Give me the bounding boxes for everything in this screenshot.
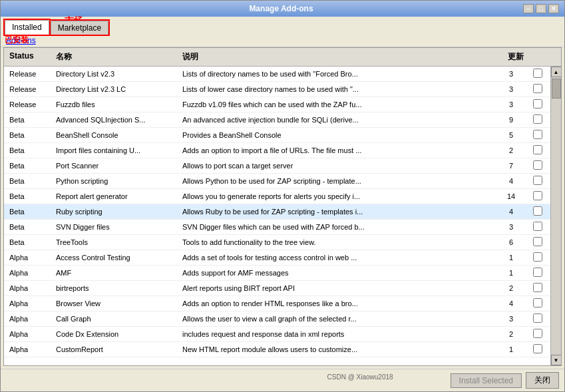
cell-checkbox[interactable] bbox=[528, 128, 548, 142]
row-checkbox[interactable] bbox=[533, 99, 542, 108]
row-checkbox[interactable] bbox=[533, 252, 542, 262]
cell-checkbox[interactable] bbox=[528, 83, 548, 96]
cell-checkbox[interactable] bbox=[528, 190, 548, 203]
row-checkbox[interactable] bbox=[533, 191, 542, 200]
row-checkbox[interactable] bbox=[533, 114, 542, 124]
cell-status: Release bbox=[7, 84, 53, 95]
cell-name: Report alert generator bbox=[53, 191, 180, 202]
header-update: 更新 bbox=[505, 50, 538, 64]
row-checkbox[interactable] bbox=[533, 176, 542, 185]
cell-desc: Allows the user to view a call graph of … bbox=[180, 313, 494, 324]
cell-checkbox[interactable] bbox=[528, 312, 548, 325]
row-checkbox[interactable] bbox=[533, 84, 542, 93]
close-button[interactable]: ✕ bbox=[548, 4, 559, 13]
scroll-up-button[interactable]: ▲ bbox=[551, 67, 562, 77]
cell-checkbox[interactable] bbox=[528, 144, 548, 157]
cell-checkbox[interactable] bbox=[528, 159, 548, 172]
table-row: Release Directory List v2.3 Lists of dir… bbox=[4, 67, 550, 82]
cell-status: Alpha bbox=[7, 252, 53, 263]
table-row: Alpha Access Control Testing Adds a set … bbox=[4, 250, 550, 266]
maximize-button[interactable]: □ bbox=[536, 4, 546, 13]
cell-status: Alpha bbox=[7, 298, 53, 309]
row-checkbox[interactable] bbox=[533, 222, 542, 231]
cell-checkbox[interactable] bbox=[528, 205, 548, 218]
cell-name: birtreports bbox=[53, 283, 180, 294]
scroll-down-button[interactable]: ▼ bbox=[551, 355, 562, 365]
table-row: Beta TreeTools Tools to add functionalit… bbox=[4, 235, 550, 250]
cell-update: 3 bbox=[494, 69, 528, 79]
row-checkbox[interactable] bbox=[533, 160, 542, 170]
row-checkbox[interactable] bbox=[533, 145, 542, 154]
cell-checkbox[interactable] bbox=[528, 67, 548, 81]
cell-desc: SVN Digger files which can be used with … bbox=[180, 222, 494, 232]
breadcrumb-bar: Add-ons bbox=[1, 35, 564, 47]
cell-status: Beta bbox=[7, 160, 53, 171]
cell-name: CustomReport bbox=[53, 344, 180, 355]
cell-desc: Lists of directory names to be used with… bbox=[180, 69, 494, 79]
cell-checkbox[interactable] bbox=[528, 266, 548, 280]
row-checkbox[interactable] bbox=[533, 313, 542, 323]
table-row: Alpha Call Graph Allows the user to view… bbox=[4, 311, 550, 327]
table-row: Beta BeanShell Console Provides a BeanSh… bbox=[4, 128, 550, 143]
table-body[interactable]: Release Directory List v2.3 Lists of dir… bbox=[4, 67, 550, 365]
cell-name: Advanced SQLInjection S... bbox=[53, 114, 180, 125]
cell-checkbox[interactable] bbox=[528, 297, 548, 310]
cell-update: 4 bbox=[494, 206, 528, 217]
cell-status: Beta bbox=[7, 176, 53, 186]
cell-name: Directory List v2.3 LC bbox=[53, 84, 180, 95]
cell-desc: Tools to add functionality to the tree v… bbox=[180, 237, 494, 248]
cell-checkbox[interactable] bbox=[528, 113, 548, 126]
row-checkbox[interactable] bbox=[533, 298, 542, 307]
row-checkbox[interactable] bbox=[533, 268, 542, 277]
table-row: Beta Import files containing U... Adds a… bbox=[4, 143, 550, 158]
cell-status: Alpha bbox=[7, 344, 53, 355]
row-checkbox[interactable] bbox=[533, 130, 542, 139]
cell-checkbox[interactable] bbox=[528, 251, 548, 264]
cell-status: Release bbox=[7, 69, 53, 79]
table-row: Alpha CustomReport New HTML report modul… bbox=[4, 342, 550, 357]
cell-update: 2 bbox=[494, 145, 528, 156]
cell-desc: Allows to port scan a target server bbox=[180, 160, 494, 171]
cell-checkbox[interactable] bbox=[528, 282, 548, 295]
cell-checkbox[interactable] bbox=[528, 327, 548, 341]
content-area: Status 名称 说明 更新 Release Directory List v… bbox=[3, 47, 562, 366]
tab-marketplace[interactable]: Marketplace bbox=[51, 21, 108, 35]
row-checkbox[interactable] bbox=[533, 283, 542, 292]
install-selected-button[interactable]: Install Selected bbox=[451, 373, 522, 388]
row-checkbox[interactable] bbox=[533, 237, 542, 246]
cell-desc: Allows you to generate reports for alert… bbox=[180, 191, 494, 202]
close-button[interactable]: 关闭 bbox=[526, 372, 559, 389]
row-checkbox[interactable] bbox=[533, 69, 542, 78]
table-header: Status 名称 说明 更新 bbox=[4, 48, 561, 67]
cell-desc: Provides a BeanShell Console bbox=[180, 130, 494, 140]
cell-update: 5 bbox=[494, 130, 528, 140]
cell-checkbox[interactable] bbox=[528, 220, 548, 234]
header-desc: 说明 bbox=[180, 50, 505, 64]
table-row: Beta Ruby scripting Allows Ruby to be us… bbox=[4, 204, 550, 220]
header-checkbox bbox=[538, 50, 558, 64]
breadcrumb-link[interactable]: Add-ons bbox=[6, 36, 36, 45]
cell-update: 3 bbox=[494, 222, 528, 232]
cell-desc: Allows Ruby to be used for ZAP scripting… bbox=[180, 206, 494, 217]
cell-status: Beta bbox=[7, 130, 53, 140]
row-checkbox[interactable] bbox=[533, 329, 542, 338]
cell-status: Alpha bbox=[7, 329, 53, 339]
row-checkbox[interactable] bbox=[533, 344, 542, 353]
minimize-button[interactable]: ─ bbox=[523, 4, 534, 13]
scroll-thumb[interactable] bbox=[552, 79, 561, 98]
tab-installed[interactable]: Installed bbox=[5, 20, 49, 35]
cell-name: BeanShell Console bbox=[53, 130, 180, 140]
cell-update: 9 bbox=[494, 114, 528, 125]
cell-checkbox[interactable] bbox=[528, 343, 548, 356]
cell-name: TreeTools bbox=[53, 237, 180, 248]
header-status: Status bbox=[7, 50, 53, 64]
cell-status: Alpha bbox=[7, 313, 53, 324]
cell-checkbox[interactable] bbox=[528, 236, 548, 249]
title-bar: Manage Add-ons ─ □ ✕ bbox=[1, 1, 564, 17]
tabs-row: Installed 已安装 Marketplace bbox=[5, 20, 560, 35]
cell-checkbox[interactable] bbox=[528, 174, 548, 188]
table-row: Release Directory List v2.3 LC Lists of … bbox=[4, 82, 550, 97]
cell-update: 1 bbox=[494, 344, 528, 355]
cell-checkbox[interactable] bbox=[528, 98, 548, 111]
row-checkbox[interactable] bbox=[533, 206, 542, 216]
